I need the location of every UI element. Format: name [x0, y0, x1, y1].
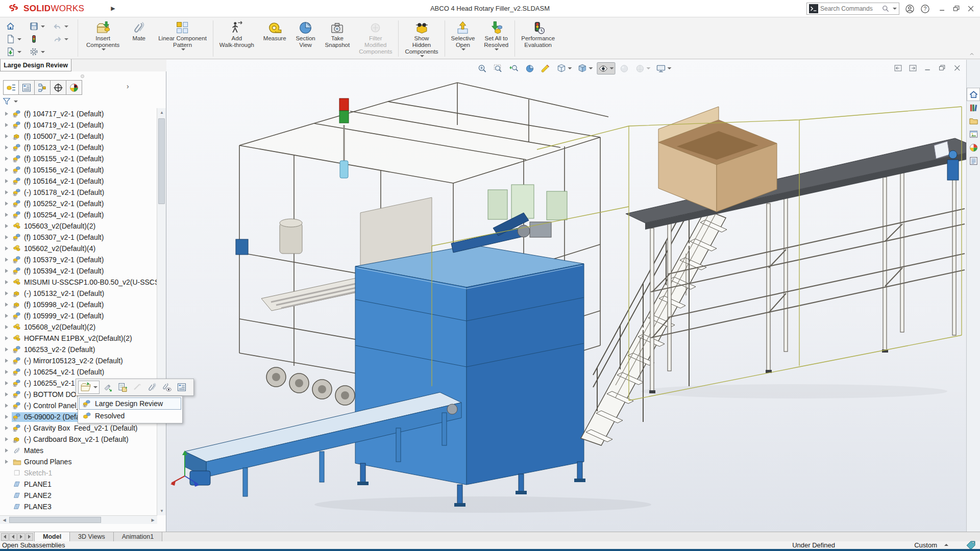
- sketch-button[interactable]: [539, 62, 552, 74]
- unit-system-selector[interactable]: Custom: [914, 541, 937, 549]
- menu-item-large-design-review[interactable]: Large Design Review: [79, 397, 181, 410]
- new-document-button[interactable]: [4, 33, 28, 45]
- tree-item[interactable]: (-) 105132_v2-1 (Default): [0, 288, 157, 299]
- expand-arrow-icon[interactable]: [5, 112, 8, 116]
- mate-button[interactable]: [145, 381, 159, 394]
- tree-item[interactable]: (f) 105394_v2-1 (Default): [0, 265, 157, 277]
- search-input[interactable]: [820, 5, 879, 12]
- expand-arrow-icon[interactable]: [5, 336, 8, 340]
- expand-arrow-icon[interactable]: [5, 415, 8, 419]
- home-button[interactable]: [4, 20, 28, 33]
- tree-item[interactable]: (f) 105164_v2-1 (Default): [0, 176, 157, 187]
- expand-arrow-icon[interactable]: [5, 134, 8, 138]
- performance-evaluation-button[interactable]: PerformanceEvaluation: [517, 18, 559, 48]
- search-dropdown-icon[interactable]: [893, 8, 897, 10]
- zoom-to-area-button[interactable]: [492, 62, 505, 74]
- open-drawing-button[interactable]: [116, 381, 129, 394]
- filter-funnel-icon[interactable]: [2, 97, 11, 106]
- tree-item[interactable]: (-) Gravity Box Feed_v2-1 (Default): [0, 422, 157, 434]
- tree-filter[interactable]: [2, 97, 18, 106]
- document-tab-animation1[interactable]: Animation1: [114, 532, 163, 541]
- expand-arrow-icon[interactable]: [5, 426, 8, 430]
- taskpane-design-library-tab[interactable]: [967, 101, 980, 114]
- scroll-up-icon[interactable]: ▲: [157, 108, 166, 117]
- taskpane-appearances-tab[interactable]: [967, 141, 980, 154]
- tree-item[interactable]: MISUMI U-SSCSP1.00-B0.50_v2(U-SSCSP(304 …: [0, 277, 157, 288]
- tree-item[interactable]: 105602_v2(Default)(4): [0, 243, 157, 254]
- tree-item[interactable]: (f) 104719_v2-1 (Default): [0, 119, 157, 131]
- expand-arrow-icon[interactable]: [5, 460, 8, 464]
- expand-arrow-icon[interactable]: [5, 202, 8, 206]
- tree-item[interactable]: (-) 105178_v2-1 (Default): [0, 187, 157, 198]
- tree-item[interactable]: Mates: [0, 445, 157, 456]
- expand-arrow-icon[interactable]: [5, 190, 8, 194]
- expand-arrow-icon[interactable]: [5, 157, 8, 161]
- open-button[interactable]: [4, 45, 28, 58]
- expand-arrow-icon[interactable]: [5, 168, 8, 172]
- vertical-scroll-thumb[interactable]: [158, 118, 165, 204]
- tab-configurationmanager[interactable]: [35, 80, 51, 95]
- scroll-right-icon[interactable]: ▶: [149, 516, 157, 524]
- expand-arrow-icon[interactable]: [5, 291, 8, 295]
- section-view-button[interactable]: [523, 62, 536, 74]
- expand-arrow-icon[interactable]: [5, 145, 8, 149]
- expand-arrow-icon[interactable]: [5, 314, 8, 318]
- expand-arrow-icon[interactable]: [5, 448, 8, 453]
- expand-arrow-icon[interactable]: [5, 359, 8, 363]
- help-icon[interactable]: ?: [920, 4, 930, 14]
- expand-arrow-icon[interactable]: [5, 123, 8, 127]
- tree-item[interactable]: (f) 105998_v2-1 (Default): [0, 299, 157, 310]
- tab-dimxpertmanager[interactable]: [51, 80, 66, 95]
- expand-arrow-icon[interactable]: [5, 370, 8, 374]
- expand-arrow-icon[interactable]: [5, 213, 8, 217]
- options-button[interactable]: [28, 45, 51, 58]
- window-close-button[interactable]: [966, 4, 976, 14]
- scroll-left-icon[interactable]: ◀: [0, 516, 9, 524]
- expand-arrow-icon[interactable]: [5, 381, 8, 385]
- tree-item[interactable]: (f) 105254_v2-1 (Default): [0, 209, 157, 220]
- expand-arrow-icon[interactable]: [5, 269, 8, 273]
- collapse-left-pane-button[interactable]: [893, 63, 903, 73]
- tree-vertical-scrollbar[interactable]: ▲ ▼: [157, 108, 166, 515]
- tab-scroll-last-button[interactable]: [26, 533, 33, 541]
- window-restore-button[interactable]: [951, 4, 962, 14]
- tree-item[interactable]: (-) 106254_v2-1 (Default): [0, 366, 157, 378]
- expand-arrow-icon[interactable]: [5, 235, 8, 239]
- graphics-viewport[interactable]: [166, 60, 966, 532]
- rebuild-button[interactable]: [28, 33, 51, 45]
- tree-item[interactable]: PLANE3: [0, 501, 157, 512]
- menu-item-resolved[interactable]: Resolved: [79, 410, 181, 422]
- insert-components-button[interactable]: InsertComponents: [82, 18, 124, 51]
- tree-item[interactable]: Ground Planes: [0, 456, 157, 467]
- set-all-to-resolved-button[interactable]: Set All toResolved: [479, 18, 513, 51]
- tree-item[interactable]: Sketch-1: [0, 467, 157, 479]
- flyout-arrow-icon[interactable]: ▶: [111, 5, 115, 12]
- panel-expand-icon[interactable]: ›: [127, 82, 129, 90]
- ribbon-collapse-chevron-icon[interactable]: [969, 52, 975, 57]
- tree-item[interactable]: PLANE1: [0, 479, 157, 490]
- document-tab-model[interactable]: Model: [34, 532, 70, 541]
- collapse-right-pane-button[interactable]: [908, 63, 918, 73]
- tree-horizontal-scrollbar[interactable]: ◀ ▶: [0, 515, 157, 524]
- save-button[interactable]: [28, 20, 51, 33]
- expand-arrow-icon[interactable]: [5, 246, 8, 251]
- tab-scroll-prev-button[interactable]: [9, 533, 17, 541]
- document-minimize-button[interactable]: [922, 63, 933, 73]
- tree-item[interactable]: (f) 105252_v2-1 (Default): [0, 198, 157, 209]
- tab-displaymanager[interactable]: [66, 80, 82, 95]
- document-close-button[interactable]: [952, 63, 962, 73]
- unit-system-dropdown-icon[interactable]: [944, 544, 948, 546]
- document-restore-button[interactable]: [937, 63, 947, 73]
- tree-item[interactable]: (f) 105307_v2-1 (Default): [0, 232, 157, 243]
- tree-item[interactable]: (f) 105999_v2-1 (Default): [0, 310, 157, 321]
- mate-button[interactable]: Mate: [124, 18, 154, 42]
- expand-arrow-icon[interactable]: [5, 179, 8, 183]
- view-settings-button[interactable]: [654, 62, 673, 74]
- section-view-button[interactable]: SectionView: [291, 18, 321, 48]
- tag-icon[interactable]: [966, 540, 976, 550]
- linear-component-pattern-button[interactable]: Linear ComponentPattern: [154, 18, 211, 51]
- expand-arrow-icon[interactable]: [5, 325, 8, 329]
- taskpane-file-explorer-tab[interactable]: [967, 114, 980, 128]
- expand-arrow-icon[interactable]: [5, 224, 8, 228]
- display-style-button[interactable]: [576, 62, 594, 74]
